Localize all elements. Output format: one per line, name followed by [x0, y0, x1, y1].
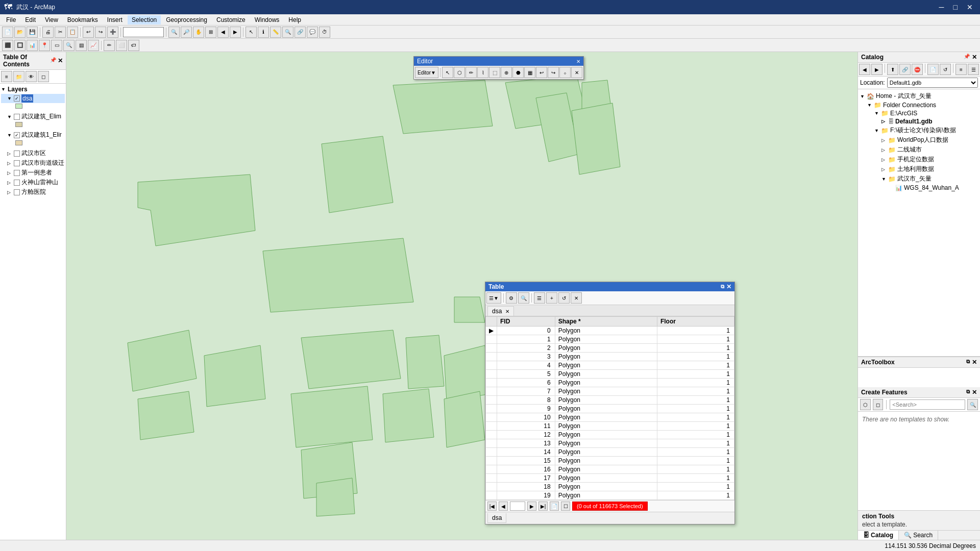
table-row[interactable]: 5 Polygon 1 [486, 370, 734, 379]
hyperlink-button[interactable]: 🔗 [295, 27, 306, 38]
toc-source-view[interactable]: 📁 [13, 71, 24, 82]
select-button[interactable]: ↖ [246, 27, 257, 38]
wuhan-buildings1-checkbox[interactable] [14, 132, 20, 138]
measure-button[interactable]: 📏 [270, 27, 281, 38]
copy-button[interactable]: 📋 [67, 27, 78, 38]
location-select[interactable]: Default1.gdb [887, 78, 978, 88]
select-by-attr-button[interactable]: 📊 [27, 40, 38, 51]
toc-item-wuhan-streets[interactable]: ▷ 武汉市街道级迁 [1, 158, 65, 168]
table-row[interactable]: 17 Polygon 1 [486, 474, 734, 483]
tab-catalog[interactable]: 🗄 Catalog [858, 531, 899, 540]
menu-edit[interactable]: Edit [21, 15, 40, 24]
streets-expand[interactable]: ▷ [7, 161, 12, 166]
cf-tool2[interactable]: ◻ [873, 399, 884, 410]
find-button[interactable]: 🔍 [282, 27, 293, 38]
cf-search-button[interactable]: 🔍 [967, 399, 978, 410]
table-find-replace[interactable]: 🔍 [518, 292, 529, 304]
close-button[interactable]: ✕ [964, 3, 976, 11]
cat-wuhan-vector[interactable]: ▼ 📁 武汉市_矢量 [860, 174, 978, 184]
menu-file[interactable]: File [2, 15, 20, 24]
select-by-graphics-button[interactable]: ▭ [51, 40, 62, 51]
edit-more1[interactable]: ▦ [524, 67, 535, 78]
nav-filter-button[interactable]: 📄 [550, 502, 559, 511]
menu-view[interactable]: View [41, 15, 62, 24]
fangcang-checkbox[interactable] [14, 189, 20, 195]
map-tips-button[interactable]: 💬 [307, 27, 318, 38]
table-row[interactable]: 6 Polygon 1 [486, 379, 734, 387]
table-name-tab[interactable]: dsa [487, 513, 506, 523]
toc-item-fangcang[interactable]: ▷ 方舱医院 [1, 187, 65, 197]
undo-button[interactable]: ↩ [83, 27, 94, 38]
expand-masters[interactable]: ▼ [874, 128, 879, 133]
print-button[interactable]: 🖨 [42, 27, 54, 38]
table-row[interactable]: 18 Polygon 1 [486, 483, 734, 491]
table-row[interactable]: 15 Polygon 1 [486, 457, 734, 465]
back-button[interactable]: ◀ [217, 27, 229, 38]
cf-search-input[interactable] [890, 399, 965, 410]
edit-more3[interactable]: ↪ [548, 67, 559, 78]
table-row[interactable]: 12 Polygon 1 [486, 431, 734, 439]
map-canvas[interactable]: Editor ✕ Editor▼ ↖ ⬡ ✏ ⌇ ⬚ ⊕ ⬣ ▦ ↩ ↪ ⬦ ✕ [66, 52, 857, 540]
table-menu-button[interactable]: ☰▼ [486, 292, 501, 304]
layers-expand[interactable]: ▼ [1, 87, 6, 92]
nav-prev-button[interactable]: ◀ [499, 502, 508, 511]
expand-worldpop[interactable]: ▷ [881, 138, 887, 143]
select-by-location-button[interactable]: 📍 [39, 40, 50, 51]
menu-customize[interactable]: Customize [212, 15, 250, 24]
col-floor[interactable]: Floor [657, 317, 734, 327]
table-refresh[interactable]: ↺ [558, 292, 570, 304]
full-extent-button[interactable]: ⊞ [205, 27, 216, 38]
save-button[interactable]: 💾 [27, 27, 38, 38]
forward-button[interactable]: ▶ [230, 27, 241, 38]
nav-page-input[interactable]: 1 [510, 502, 525, 511]
toc-item-wuhan-buildings1[interactable]: ▼ 武汉建筑1_Elir [1, 130, 65, 140]
cat-second-cities[interactable]: ▷ 📁 二线城市 [860, 145, 978, 155]
cat-mobile[interactable]: ▷ 📁 手机定位数据 [860, 155, 978, 164]
arctoolbox-close[interactable]: ✕ [972, 359, 977, 366]
maximize-button[interactable]: □ [950, 3, 961, 11]
cat-home[interactable]: ▼ 🏠 Home - 武汉市_矢量 [860, 91, 978, 101]
zoom-to-selection-button[interactable]: 🔍 [63, 40, 75, 51]
table-row[interactable]: 8 Polygon 1 [486, 396, 734, 405]
catalog-new[interactable]: 📄 [927, 64, 939, 75]
district-expand[interactable]: ▷ [7, 151, 12, 156]
table-row[interactable]: 11 Polygon 1 [486, 422, 734, 431]
edit-more5[interactable]: ✕ [571, 67, 582, 78]
nav-first-button[interactable]: |◀ [487, 502, 497, 511]
expand-home[interactable]: ▼ [860, 94, 865, 99]
add-data-button[interactable]: ➕ [107, 27, 118, 38]
stats-button[interactable]: 📈 [88, 40, 99, 51]
arctoolbox-restore[interactable]: ⧉ [966, 359, 970, 366]
toc-visibility-view[interactable]: 👁 [26, 71, 37, 82]
streets-checkbox[interactable] [14, 160, 20, 166]
col-shape[interactable]: Shape * [555, 317, 657, 327]
patient-expand[interactable]: ▷ [7, 170, 12, 176]
erase-button[interactable]: ⬜ [116, 40, 127, 51]
zoom-in-button[interactable]: 🔍 [168, 27, 180, 38]
catalog-pin[interactable]: 📌 [964, 54, 970, 61]
wuhan-buildings-expand[interactable]: ▼ [7, 114, 12, 119]
toc-list-view[interactable]: ≡ [1, 71, 12, 82]
wuhan-buildings-checkbox[interactable] [14, 114, 20, 120]
editor-close-button[interactable]: ✕ [576, 59, 580, 64]
minimize-button[interactable]: ─ [936, 3, 947, 11]
table-close-button[interactable]: ✕ [726, 283, 731, 290]
table-row[interactable]: 3 Polygon 1 [486, 353, 734, 361]
edit-vertices[interactable]: ⬡ [454, 67, 465, 78]
cat-wgs-file[interactable]: 📊 WGS_84_Wuhan_A [860, 184, 978, 192]
dsa-expand[interactable]: ▼ [7, 96, 12, 101]
cat-masters-folder[interactable]: ▼ 📁 F:\硕士论文\传染病\数据 [860, 126, 978, 135]
cf-tool1[interactable]: ⬡ [860, 399, 871, 410]
table-restore-button[interactable]: ⧉ [721, 284, 724, 290]
zoom-out-button[interactable]: 🔎 [181, 27, 192, 38]
toc-pin-button[interactable]: 📌 [50, 57, 56, 64]
expand-connections[interactable]: ▼ [867, 103, 872, 108]
nav-last-button[interactable]: ▶| [538, 502, 548, 511]
redo-button[interactable]: ↪ [95, 27, 106, 38]
catalog-list-view[interactable]: ≡ [955, 64, 967, 75]
pan-button[interactable]: ✋ [193, 27, 204, 38]
new-button[interactable]: 📄 [2, 27, 13, 38]
toc-item-dsa[interactable]: ▼ dsa [1, 94, 65, 103]
menu-insert[interactable]: Insert [103, 15, 127, 24]
catalog-connect[interactable]: 🔗 [899, 64, 911, 75]
